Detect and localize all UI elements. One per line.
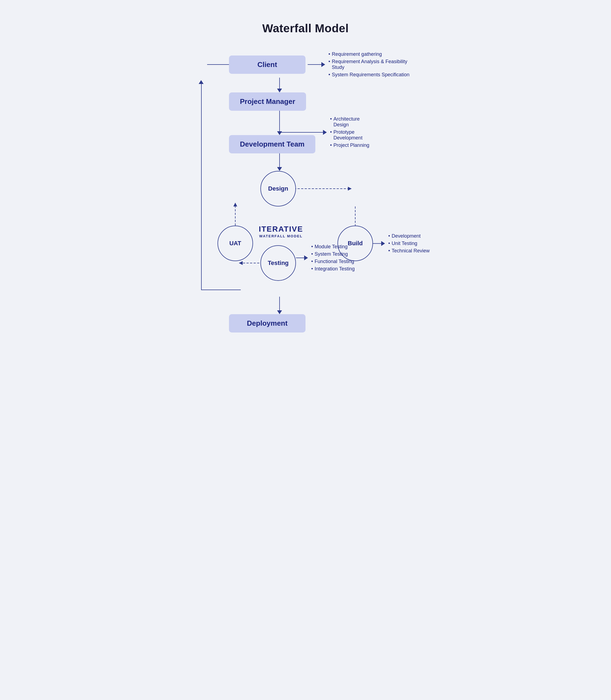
testing-circle-container: Testing •Module Testing •System Testing	[260, 245, 296, 281]
build-bullet-3: •Technical Review	[388, 248, 430, 254]
build-bullet-2: •Unit Testing	[388, 240, 430, 246]
left-arrow-line	[207, 64, 229, 65]
outer-loop-line	[201, 82, 202, 290]
testing-bullet-2: •System Testing	[311, 251, 355, 257]
pm-row: Project Manager	[207, 92, 420, 111]
dev-team-box: Development Team	[229, 135, 315, 154]
testing-bullet-1: •Module Testing	[311, 244, 355, 250]
iterative-section: Design UAT Build	[203, 171, 408, 297]
arrow3-head	[277, 167, 282, 171]
arrow1-head	[277, 89, 282, 92]
client-box: Client	[229, 56, 306, 74]
arrow4-line	[279, 297, 280, 310]
deployment-row: Deployment	[207, 314, 420, 333]
t2b-line	[296, 258, 304, 258]
iterative-big: ITERATIVE	[256, 224, 306, 234]
build-bullets: •Development •Unit Testing •Technical Re…	[388, 233, 430, 254]
arrow4-head	[277, 310, 282, 314]
page-container: Waterfall Model Client •Requirement gath…	[182, 11, 429, 349]
arrow-2-area: •Architecture Design •Prototype Developm…	[277, 111, 282, 135]
testing-bullets: •Module Testing •System Testing •Functio…	[311, 244, 355, 272]
uat-circle: UAT	[218, 225, 253, 261]
uat-circle-container: UAT	[218, 225, 253, 261]
client-bullet-3: •System Requirements Specification	[328, 72, 420, 78]
client-row: Client •Requirement gathering •Requireme…	[207, 52, 420, 78]
client-to-bullets-arrow	[308, 62, 325, 67]
b2b-line	[373, 243, 381, 244]
b2b-head	[381, 241, 385, 246]
arrow2-top	[279, 111, 280, 116]
testing-bullet-4: •Integration Testing	[311, 266, 355, 272]
design-circle: Design	[260, 171, 296, 206]
client-bullet-2: •Requirement Analysis & Feasibility Stud…	[328, 59, 420, 70]
iterative-label: ITERATIVE WATERFALL MODEL	[256, 224, 306, 239]
testing-bullet-3: •Functional Testing	[311, 259, 355, 264]
deployment-box: Deployment	[229, 314, 306, 333]
pm-bullet-1: •Architecture Design	[330, 116, 374, 128]
client-bullets: •Requirement gathering •Requirement Anal…	[328, 52, 420, 78]
project-manager-box: Project Manager	[229, 92, 306, 111]
c2b-line	[308, 64, 321, 65]
testing-circle: Testing	[260, 245, 296, 281]
client-bullet-1: •Requirement gathering	[328, 52, 420, 57]
build-bullet-1: •Development	[388, 233, 430, 239]
arrow-4	[277, 297, 282, 314]
pm2b-head	[323, 130, 327, 135]
devteam-row: Development Team	[207, 135, 420, 154]
arrow-3	[277, 154, 282, 171]
outer-loop-top-arrow	[199, 80, 204, 84]
arrow-1	[277, 78, 282, 92]
build-to-bullets-arrow: •Development •Unit Testing •Technical Re…	[373, 233, 430, 254]
arrow3-line	[279, 154, 280, 167]
page-title: Waterfall Model	[191, 22, 420, 35]
iterative-small: WATERFALL MODEL	[256, 234, 306, 239]
design-circle-container: Design	[260, 171, 296, 206]
c2b-head	[321, 62, 325, 67]
pm2b-line	[280, 132, 323, 133]
t2b-head	[304, 256, 308, 260]
main-flow: Client •Requirement gathering •Requireme…	[207, 52, 420, 333]
testing-to-bullets-arrow: •Module Testing •System Testing •Functio…	[296, 244, 355, 272]
arrow1-line	[279, 78, 280, 89]
